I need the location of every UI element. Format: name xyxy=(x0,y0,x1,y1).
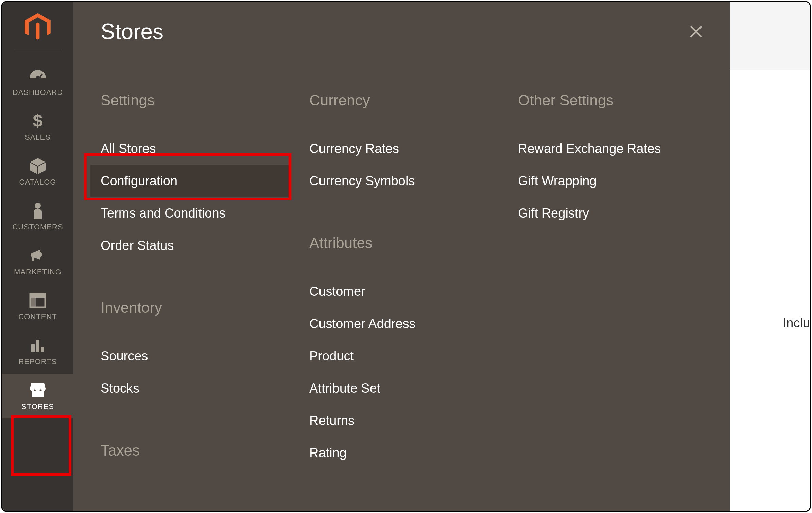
megaphone-icon xyxy=(29,246,47,265)
menu-link-customer[interactable]: Customer xyxy=(299,275,498,308)
sidebar-label: CONTENT xyxy=(18,312,57,321)
flyout-title: Stores xyxy=(101,19,163,44)
svg-rect-13 xyxy=(31,344,35,352)
sidebar-item-stores[interactable]: STORES xyxy=(2,374,73,418)
admin-sidebar: DASHBOARD $ SALES CATALOG CUSTOMERS xyxy=(2,2,73,511)
menu-link-attribute-set[interactable]: Attribute Set xyxy=(299,372,498,405)
svg-rect-12 xyxy=(30,298,36,307)
group-heading-other-settings: Other Settings xyxy=(518,92,706,109)
menu-link-stocks[interactable]: Stocks xyxy=(90,372,289,405)
background-text-fragment: Inclu xyxy=(783,316,810,330)
close-icon xyxy=(688,23,704,40)
dollar-icon: $ xyxy=(31,112,45,130)
menu-link-all-stores[interactable]: All Stores xyxy=(90,133,289,165)
group-heading-settings: Settings xyxy=(101,92,289,109)
sidebar-label: CATALOG xyxy=(19,178,56,187)
svg-rect-15 xyxy=(41,347,44,352)
menu-link-currency-rates[interactable]: Currency Rates xyxy=(299,133,498,165)
menu-link-configuration[interactable]: Configuration xyxy=(90,165,289,197)
menu-link-reward-exchange-rates[interactable]: Reward Exchange Rates xyxy=(508,133,706,165)
menu-link-terms-and-conditions[interactable]: Terms and Conditions xyxy=(90,197,289,229)
sidebar-label: STORES xyxy=(21,402,54,411)
group-heading-inventory: Inventory xyxy=(101,299,289,316)
sidebar-item-reports[interactable]: REPORTS xyxy=(2,329,73,374)
svg-rect-11 xyxy=(30,294,45,298)
sidebar-item-dashboard[interactable]: DASHBOARD xyxy=(2,59,73,104)
sidebar-item-catalog[interactable]: CATALOG xyxy=(2,149,73,194)
group-heading-currency: Currency xyxy=(309,92,498,109)
svg-rect-16 xyxy=(32,391,44,397)
gauge-icon xyxy=(28,67,48,85)
sidebar-item-customers[interactable]: CUSTOMERS xyxy=(2,194,73,239)
background-topbar xyxy=(730,2,810,70)
svg-point-7 xyxy=(35,203,41,209)
sidebar-label: SALES xyxy=(25,133,51,142)
menu-link-returns[interactable]: Returns xyxy=(299,405,498,437)
sidebar-item-sales[interactable]: $ SALES xyxy=(2,104,73,149)
svg-text:$: $ xyxy=(33,112,43,130)
close-button[interactable] xyxy=(686,21,706,42)
sidebar-divider xyxy=(14,49,62,49)
flyout-column-2: Currency Currency Rates Currency Symbols… xyxy=(309,92,498,483)
svg-marker-1 xyxy=(36,22,40,39)
menu-link-product[interactable]: Product xyxy=(299,340,498,372)
sidebar-item-content[interactable]: CONTENT xyxy=(2,284,73,329)
stores-flyout-panel: Stores Settings All Stores Configuration… xyxy=(73,2,730,511)
flyout-column-1: Settings All Stores Configuration Terms … xyxy=(101,92,289,483)
menu-link-sources[interactable]: Sources xyxy=(90,340,289,372)
svg-rect-14 xyxy=(36,340,39,352)
menu-link-customer-address[interactable]: Customer Address xyxy=(299,308,498,340)
flyout-column-3: Other Settings Reward Exchange Rates Gif… xyxy=(518,92,706,483)
sidebar-label: DASHBOARD xyxy=(13,88,63,97)
sidebar-label: REPORTS xyxy=(19,357,57,366)
menu-link-gift-wrapping[interactable]: Gift Wrapping xyxy=(508,165,706,197)
svg-rect-9 xyxy=(32,256,34,261)
sidebar-item-marketing[interactable]: MARKETING xyxy=(2,239,73,284)
person-icon xyxy=(31,202,45,220)
group-heading-taxes: Taxes xyxy=(101,442,289,459)
menu-link-rating[interactable]: Rating xyxy=(299,437,498,469)
menu-link-gift-registry[interactable]: Gift Registry xyxy=(508,197,706,229)
menu-link-order-status[interactable]: Order Status xyxy=(90,229,289,262)
box-icon xyxy=(29,157,47,175)
sidebar-label: MARKETING xyxy=(14,268,62,276)
sidebar-label: CUSTOMERS xyxy=(12,223,63,232)
menu-link-currency-symbols[interactable]: Currency Symbols xyxy=(299,165,498,197)
store-icon xyxy=(29,381,47,399)
magento-logo[interactable] xyxy=(22,12,53,42)
bar-chart-icon xyxy=(29,336,46,355)
group-heading-attributes: Attributes xyxy=(309,235,498,252)
layout-icon xyxy=(29,291,46,310)
background-content: Inclu xyxy=(730,2,810,511)
